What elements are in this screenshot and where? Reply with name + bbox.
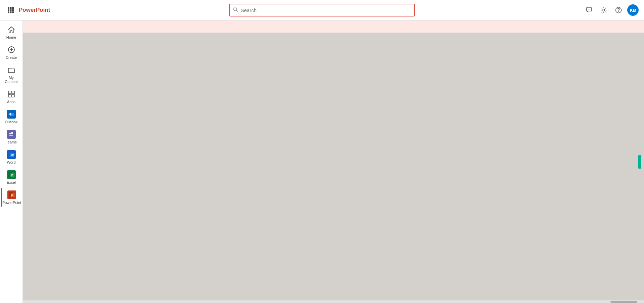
folder-icon [7, 66, 16, 74]
svg-rect-3 [8, 9, 9, 11]
content-area [23, 20, 644, 303]
top-right-actions: KB [583, 4, 639, 16]
sidebar-item-teams-label: Teams [6, 140, 16, 144]
create-icon [7, 45, 16, 54]
sidebar-item-my-content[interactable]: My Content [1, 63, 22, 86]
sidebar-item-apps-label: Apps [7, 100, 15, 104]
svg-rect-6 [8, 11, 9, 13]
horizontal-scrollbar-thumb[interactable] [610, 301, 637, 303]
feedback-button[interactable] [583, 4, 595, 16]
teams-icon [7, 130, 16, 139]
sidebar-item-teams[interactable]: Teams [1, 127, 22, 146]
content-banner [23, 20, 644, 33]
sidebar-item-outlook[interactable]: Outlook [1, 107, 22, 126]
waffle-icon [8, 7, 14, 13]
horizontal-scrollbar[interactable] [23, 300, 644, 303]
user-avatar-button[interactable]: KB [627, 4, 639, 16]
main-layout: Home Create My Content [0, 20, 644, 303]
home-icon [7, 25, 16, 34]
sidebar-item-word-label: Word [7, 160, 15, 164]
outlook-icon [7, 110, 16, 119]
excel-icon: X [7, 170, 16, 179]
app-title: PowerPoint [19, 7, 50, 13]
sidebar: Home Create My Content [0, 20, 23, 303]
svg-text:P: P [11, 194, 13, 197]
sidebar-item-home[interactable]: Home [1, 23, 22, 41]
svg-rect-7 [10, 11, 12, 13]
svg-rect-8 [12, 11, 14, 13]
sidebar-item-create[interactable]: Create [1, 43, 22, 61]
svg-rect-21 [12, 91, 14, 94]
svg-point-9 [234, 8, 237, 11]
sidebar-item-my-content-label: My Content [2, 76, 21, 84]
sidebar-item-apps[interactable]: Apps [1, 87, 22, 106]
svg-rect-0 [8, 7, 9, 9]
svg-rect-4 [10, 9, 12, 11]
waffle-menu-button[interactable] [5, 5, 16, 15]
svg-point-28 [9, 133, 10, 134]
svg-line-10 [236, 10, 238, 12]
help-icon [615, 7, 622, 13]
sidebar-item-powerpoint[interactable]: P PowerPoint [1, 188, 22, 207]
sidebar-item-create-label: Create [6, 55, 17, 59]
svg-text:W: W [11, 154, 14, 157]
svg-rect-20 [8, 91, 11, 94]
svg-point-14 [603, 9, 605, 11]
svg-text:X: X [11, 174, 13, 177]
sidebar-item-outlook-label: Outlook [5, 120, 18, 124]
sidebar-item-word[interactable]: W Word [1, 147, 22, 166]
sidebar-item-powerpoint-label: PowerPoint [2, 201, 21, 205]
settings-button[interactable] [598, 4, 610, 16]
search-input[interactable] [241, 7, 411, 13]
settings-icon [600, 7, 607, 13]
sidebar-item-home-label: Home [6, 35, 16, 39]
svg-rect-2 [12, 7, 14, 9]
svg-rect-22 [8, 94, 11, 97]
svg-rect-1 [10, 7, 12, 9]
green-tab-accent[interactable] [638, 155, 641, 169]
search-container [229, 4, 415, 16]
word-icon: W [7, 150, 16, 159]
svg-point-16 [618, 11, 619, 12]
svg-point-26 [9, 113, 11, 116]
svg-point-27 [11, 132, 13, 134]
feedback-icon [586, 7, 592, 13]
top-bar: PowerPoint [0, 0, 644, 20]
help-button[interactable] [612, 4, 625, 16]
svg-rect-23 [12, 94, 14, 97]
sidebar-item-excel[interactable]: X Excel [1, 168, 22, 186]
powerpoint-icon: P [7, 190, 16, 199]
apps-icon [7, 90, 16, 98]
search-icon [233, 7, 238, 13]
svg-rect-5 [12, 9, 14, 11]
sidebar-item-excel-label: Excel [7, 180, 16, 184]
